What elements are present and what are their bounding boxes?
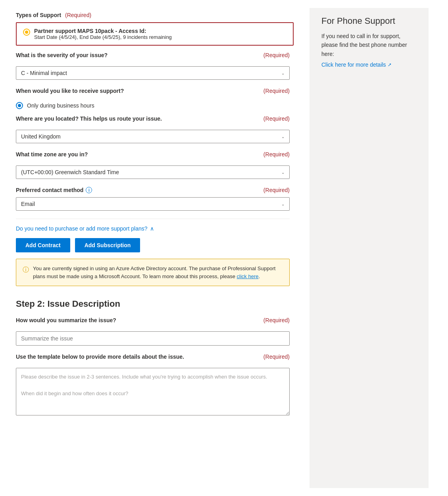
severity-dropdown[interactable]: C - Minimal impact ⌄ <box>16 66 290 80</box>
warning-box: ⓘ You are currently signed in using an A… <box>16 259 290 286</box>
support-time-question: When would you like to receive support? <box>16 88 124 94</box>
radio-yellow-circle <box>23 29 30 36</box>
contact-method-required: (Required) <box>263 187 290 193</box>
summarize-row: How would you summarize the issue? (Requ… <box>16 317 290 327</box>
contact-method-dropdown[interactable]: Email ⌄ <box>16 197 290 211</box>
types-of-support-required: (Required) <box>65 12 91 18</box>
location-chevron-icon: ⌄ <box>281 135 285 139</box>
timezone-value: (UTC+00:00) Greenwich Standard Time <box>21 169 119 175</box>
step2-heading: Step 2: Issue Description <box>16 299 294 309</box>
timezone-question: What time zone are you in? <box>16 151 88 158</box>
location-row: Where are you located? This helps us rou… <box>16 115 290 126</box>
contact-method-chevron-icon: ⌄ <box>281 202 285 206</box>
details-row: Use the template below to provide more d… <box>16 354 290 364</box>
contact-method-info-icon[interactable]: i <box>86 187 92 193</box>
contact-method-question: Preferred contact method <box>16 187 83 193</box>
partner-support-text: Partner support MAPS 10pack - Access Id:… <box>34 28 172 40</box>
support-time-required: (Required) <box>263 88 290 94</box>
buttons-row: Add Contract Add Subscription <box>16 238 294 252</box>
severity-value: C - Minimal impact <box>21 70 67 76</box>
warning-message: You are currently signed in using an Azu… <box>33 265 283 280</box>
sidebar-title: For Phone Support <box>321 16 417 26</box>
support-plans-link-text: Do you need to purchase or add more supp… <box>16 225 148 232</box>
sidebar: For Phone Support If you need to call in… <box>310 8 429 488</box>
timezone-dropdown[interactable]: (UTC+00:00) Greenwich Standard Time ⌄ <box>16 165 290 179</box>
support-plans-link[interactable]: Do you need to purchase or add more supp… <box>16 225 294 232</box>
location-value: United Kingdom <box>21 133 61 140</box>
summarize-input[interactable] <box>16 331 290 346</box>
warning-icon: ⓘ <box>23 265 29 275</box>
divider <box>16 219 290 219</box>
details-required: (Required) <box>263 354 290 360</box>
severity-required: (Required) <box>263 52 290 58</box>
support-plans-chevron-icon: ∧ <box>150 225 154 232</box>
severity-question: What is the severity of your issue? <box>16 52 108 58</box>
sidebar-link-text: Click here for more details <box>321 62 386 68</box>
warning-click-here-link[interactable]: click here <box>237 273 259 279</box>
timezone-row: What time zone are you in? (Required) <box>16 151 290 161</box>
external-link-icon: ➚ <box>388 62 392 67</box>
details-textarea[interactable]: Please describe the issue in 2-3 sentenc… <box>16 368 290 415</box>
summarize-question: How would you summarize the issue? <box>16 317 116 323</box>
business-hours-option[interactable]: Only during business hours <box>16 102 294 109</box>
details-question: Use the template below to provide more d… <box>16 354 184 360</box>
timezone-required: (Required) <box>263 151 290 158</box>
radio-blue-circle <box>16 102 23 109</box>
sidebar-click-here-link[interactable]: Click here for more details ➚ <box>321 62 417 68</box>
location-dropdown[interactable]: United Kingdom ⌄ <box>16 130 290 143</box>
severity-chevron-icon: ⌄ <box>281 71 285 75</box>
partner-support-option[interactable]: Partner support MAPS 10pack - Access Id:… <box>16 22 294 46</box>
add-subscription-button[interactable]: Add Subscription <box>75 238 140 252</box>
severity-row: What is the severity of your issue? (Req… <box>16 52 290 62</box>
types-of-support-label: Types of Support (Required) <box>16 12 294 18</box>
support-time-row: When would you like to receive support? … <box>16 88 290 98</box>
location-required: (Required) <box>263 115 290 122</box>
timezone-chevron-icon: ⌄ <box>281 170 285 175</box>
sidebar-text: If you need to call in for support, plea… <box>321 32 417 58</box>
contact-method-row: Preferred contact method i (Required) <box>16 187 290 193</box>
contact-method-value: Email <box>21 201 35 207</box>
business-hours-label: Only during business hours <box>27 102 94 109</box>
location-question: Where are you located? This helps us rou… <box>16 115 162 122</box>
add-contract-button[interactable]: Add Contract <box>16 238 70 252</box>
summarize-required: (Required) <box>263 317 290 323</box>
